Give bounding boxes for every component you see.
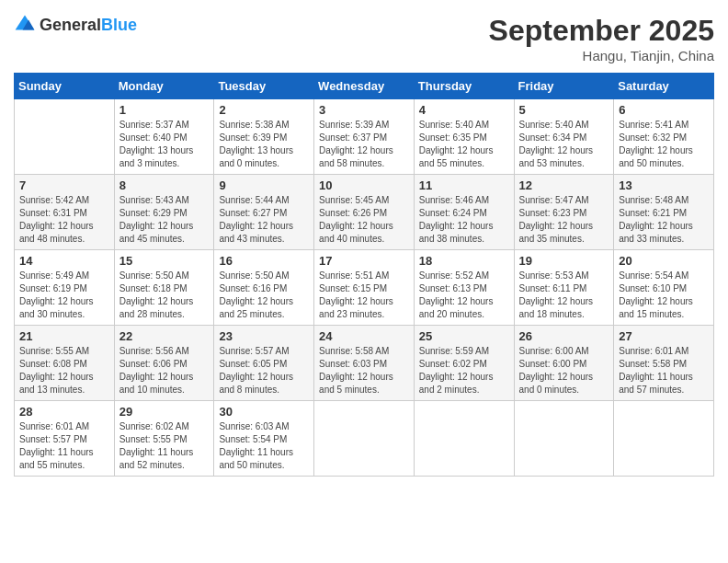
sunrise-label: Sunrise: 5:56 AM [119, 346, 189, 356]
sunset-label: Sunset: 6:26 PM [319, 208, 387, 218]
calendar-week-row: 14 Sunrise: 5:49 AM Sunset: 6:19 PM Dayl… [15, 250, 714, 326]
sunrise-label: Sunrise: 5:52 AM [419, 270, 489, 281]
day-info: Sunrise: 6:01 AM Sunset: 5:57 PM Dayligh… [19, 420, 109, 472]
sunrise-label: Sunrise: 5:41 AM [619, 120, 688, 130]
sunset-label: Sunset: 6:27 PM [219, 208, 287, 218]
sunrise-label: Sunrise: 5:49 AM [19, 270, 89, 281]
sunrise-label: Sunrise: 6:01 AM [19, 421, 89, 431]
sunset-label: Sunset: 6:13 PM [419, 283, 487, 293]
day-info: Sunrise: 6:01 AM Sunset: 5:58 PM Dayligh… [619, 345, 709, 396]
daylight-label: Daylight: 12 hours and 0 minutes. [519, 372, 594, 395]
calendar-cell [414, 401, 514, 477]
daylight-label: Daylight: 12 hours and 13 minutes. [19, 372, 94, 395]
weekday-header: Friday [514, 74, 614, 99]
day-number: 1 [119, 103, 210, 117]
daylight-label: Daylight: 12 hours and 25 minutes. [219, 296, 293, 319]
sunrise-label: Sunrise: 5:43 AM [119, 195, 189, 205]
location-text: Hangu, Tianjin, China [489, 48, 714, 63]
day-number: 22 [119, 329, 210, 343]
day-number: 19 [519, 254, 609, 268]
calendar-cell [314, 401, 415, 477]
daylight-label: Daylight: 12 hours and 10 minutes. [119, 372, 194, 395]
daylight-label: Daylight: 12 hours and 53 minutes. [519, 145, 594, 168]
calendar-cell: 25 Sunrise: 5:59 AM Sunset: 6:02 PM Dayl… [414, 326, 514, 401]
calendar-cell: 13 Sunrise: 5:48 AM Sunset: 6:21 PM Dayl… [614, 175, 714, 250]
logo-icon [14, 14, 36, 36]
calendar-cell: 26 Sunrise: 6:00 AM Sunset: 6:00 PM Dayl… [514, 326, 614, 401]
sunrise-label: Sunrise: 5:39 AM [319, 120, 389, 130]
sunset-label: Sunset: 6:35 PM [419, 132, 487, 143]
calendar-cell: 10 Sunrise: 5:45 AM Sunset: 6:26 PM Dayl… [314, 175, 415, 250]
daylight-label: Daylight: 12 hours and 38 minutes. [419, 221, 494, 244]
day-number: 10 [319, 178, 409, 192]
calendar-table: SundayMondayTuesdayWednesdayThursdayFrid… [14, 73, 714, 477]
day-number: 7 [19, 178, 109, 192]
daylight-label: Daylight: 12 hours and 15 minutes. [619, 296, 693, 319]
calendar-cell: 29 Sunrise: 6:02 AM Sunset: 5:55 PM Dayl… [114, 401, 214, 477]
daylight-label: Daylight: 12 hours and 8 minutes. [219, 372, 293, 395]
sunrise-label: Sunrise: 5:50 AM [219, 270, 289, 281]
calendar-cell [514, 401, 614, 477]
day-info: Sunrise: 6:02 AM Sunset: 5:55 PM Dayligh… [119, 420, 210, 472]
calendar-cell: 21 Sunrise: 5:55 AM Sunset: 6:08 PM Dayl… [15, 326, 115, 401]
calendar-cell: 4 Sunrise: 5:40 AM Sunset: 6:35 PM Dayli… [414, 99, 514, 175]
sunset-label: Sunset: 6:03 PM [319, 359, 387, 369]
day-info: Sunrise: 6:00 AM Sunset: 6:00 PM Dayligh… [519, 345, 609, 396]
sunset-label: Sunset: 6:06 PM [119, 359, 188, 369]
daylight-label: Daylight: 11 hours and 57 minutes. [619, 372, 693, 395]
day-info: Sunrise: 5:37 AM Sunset: 6:40 PM Dayligh… [119, 119, 210, 170]
day-number: 25 [419, 329, 509, 343]
calendar-cell: 6 Sunrise: 5:41 AM Sunset: 6:32 PM Dayli… [614, 99, 714, 175]
day-info: Sunrise: 5:58 AM Sunset: 6:03 PM Dayligh… [319, 345, 409, 396]
sunset-label: Sunset: 6:40 PM [119, 132, 188, 143]
weekday-header: Sunday [15, 74, 115, 99]
calendar-cell: 16 Sunrise: 5:50 AM Sunset: 6:16 PM Dayl… [214, 250, 314, 326]
sunrise-label: Sunrise: 5:59 AM [419, 346, 489, 356]
day-number: 9 [219, 178, 309, 192]
day-info: Sunrise: 5:54 AM Sunset: 6:10 PM Dayligh… [619, 270, 709, 321]
day-info: Sunrise: 5:42 AM Sunset: 6:31 PM Dayligh… [19, 194, 109, 246]
calendar-cell: 20 Sunrise: 5:54 AM Sunset: 6:10 PM Dayl… [614, 250, 714, 326]
sunset-label: Sunset: 6:02 PM [419, 359, 487, 369]
day-number: 8 [119, 178, 210, 192]
weekday-header: Monday [114, 74, 214, 99]
day-info: Sunrise: 5:50 AM Sunset: 6:16 PM Dayligh… [219, 270, 309, 321]
weekday-header: Wednesday [314, 74, 415, 99]
sunset-label: Sunset: 6:31 PM [19, 208, 87, 218]
sunset-label: Sunset: 6:16 PM [219, 283, 287, 293]
calendar-cell: 18 Sunrise: 5:52 AM Sunset: 6:13 PM Dayl… [414, 250, 514, 326]
calendar-cell: 14 Sunrise: 5:49 AM Sunset: 6:19 PM Dayl… [15, 250, 115, 326]
weekday-header: Thursday [414, 74, 514, 99]
sunrise-label: Sunrise: 5:50 AM [119, 270, 189, 281]
day-number: 4 [419, 103, 509, 117]
calendar-cell: 7 Sunrise: 5:42 AM Sunset: 6:31 PM Dayli… [15, 175, 115, 250]
calendar-cell: 1 Sunrise: 5:37 AM Sunset: 6:40 PM Dayli… [114, 99, 214, 175]
daylight-label: Daylight: 13 hours and 0 minutes. [219, 145, 293, 168]
sunset-label: Sunset: 6:24 PM [419, 208, 487, 218]
sunrise-label: Sunrise: 6:00 AM [519, 346, 589, 356]
daylight-label: Daylight: 11 hours and 50 minutes. [219, 447, 293, 470]
daylight-label: Daylight: 12 hours and 30 minutes. [19, 296, 94, 319]
calendar-cell: 30 Sunrise: 6:03 AM Sunset: 5:54 PM Dayl… [214, 401, 314, 477]
daylight-label: Daylight: 12 hours and 23 minutes. [319, 296, 393, 319]
daylight-label: Daylight: 12 hours and 43 minutes. [219, 221, 293, 244]
daylight-label: Daylight: 12 hours and 28 minutes. [119, 296, 194, 319]
sunrise-label: Sunrise: 5:48 AM [619, 195, 688, 205]
day-number: 24 [319, 329, 409, 343]
logo: GeneralBlue [14, 14, 137, 36]
day-number: 3 [319, 103, 409, 117]
sunrise-label: Sunrise: 5:45 AM [319, 195, 389, 205]
weekday-header: Saturday [614, 74, 714, 99]
daylight-label: Daylight: 12 hours and 2 minutes. [419, 372, 494, 395]
daylight-label: Daylight: 12 hours and 45 minutes. [119, 221, 194, 244]
sunset-label: Sunset: 5:57 PM [19, 434, 87, 444]
sunset-label: Sunset: 6:08 PM [19, 359, 87, 369]
sunset-label: Sunset: 6:19 PM [19, 283, 87, 293]
sunset-label: Sunset: 6:15 PM [319, 283, 387, 293]
calendar-cell: 2 Sunrise: 5:38 AM Sunset: 6:39 PM Dayli… [214, 99, 314, 175]
day-number: 5 [519, 103, 609, 117]
day-info: Sunrise: 5:40 AM Sunset: 6:35 PM Dayligh… [419, 119, 509, 170]
weekday-header: Tuesday [214, 74, 314, 99]
sunrise-label: Sunrise: 5:38 AM [219, 120, 289, 130]
day-number: 13 [619, 178, 709, 192]
